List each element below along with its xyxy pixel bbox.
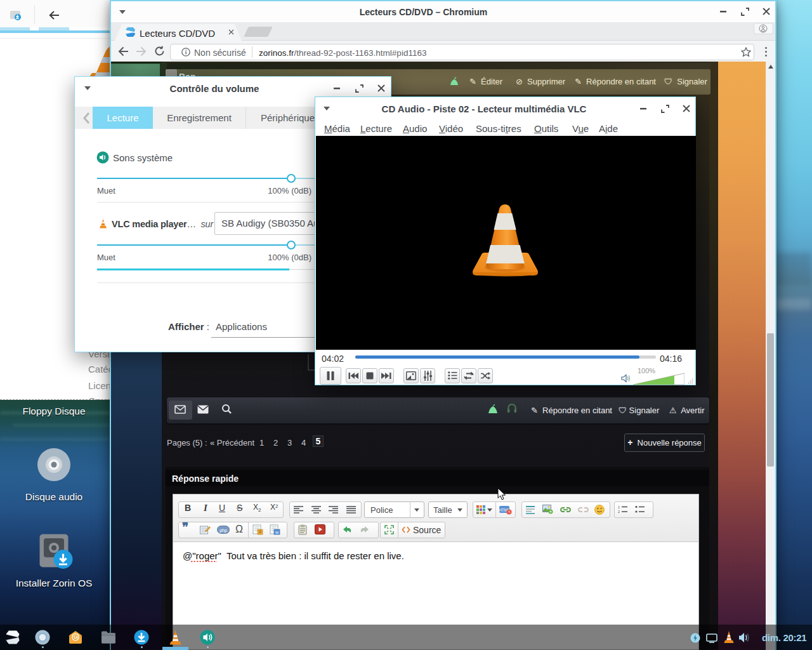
svg-text:php: php [219,528,227,533]
svg-text:2: 2 [618,510,620,514]
svg-text:1: 1 [618,505,620,509]
svg-text:W: W [275,531,279,534]
